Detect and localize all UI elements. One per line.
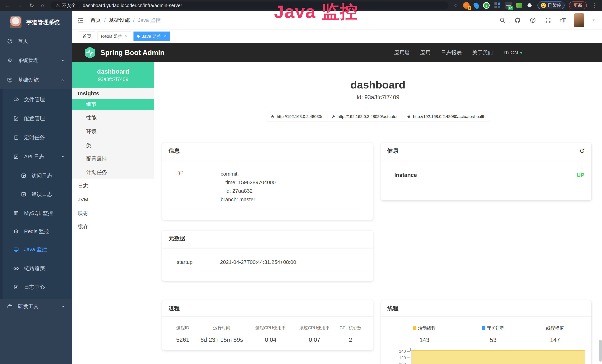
sba-content: dashboard Id: 93a3fc7f7409 http://192.16… xyxy=(154,62,602,364)
breadcrumb-infrastructure[interactable]: 基础设施 xyxy=(109,17,130,24)
app-logo[interactable]: 芋道管理系统 xyxy=(10,16,60,28)
chevron-down-icon xyxy=(60,304,65,309)
chevron-down-icon xyxy=(60,58,65,63)
monitor-icon xyxy=(13,246,19,253)
info-card-title: 信息 xyxy=(162,143,373,159)
health-card: 健康 ↺ Instance UP xyxy=(381,143,591,200)
bookmark-star-icon[interactable]: ☆ xyxy=(453,2,459,9)
sidebar-item-java-monitor[interactable]: Java 监控 xyxy=(0,244,72,255)
sidebar-item-access-logs[interactable]: 访问日志 xyxy=(0,170,72,181)
sba-item-scheduled-tasks[interactable]: 计划任务 xyxy=(72,167,154,178)
browser-home-icon[interactable]: ⌂ xyxy=(41,2,44,9)
sidebar-item-scheduled-jobs[interactable]: 定时任务 xyxy=(0,132,72,143)
sidebar-item-infrastructure[interactable]: 基础设施 xyxy=(0,75,72,86)
font-size-icon[interactable]: TT xyxy=(560,17,566,23)
info-divider xyxy=(169,210,366,210)
health-url-button[interactable]: http://192.168.0.2:48080/actuator/health xyxy=(402,112,490,121)
dashboard-gauge-icon xyxy=(7,38,13,44)
history-icon[interactable]: ↺ xyxy=(580,147,585,155)
tag-tab-java-monitor[interactable]: Java 监控 × xyxy=(133,32,170,41)
update-chrome-button[interactable]: 更新 xyxy=(569,1,587,9)
sidebar-item-config-mgmt[interactable]: 配置管理 xyxy=(0,113,72,124)
sidebar-item-mysql-monitor[interactable]: MySQL 监控 xyxy=(0,208,72,219)
sba-item-classes[interactable]: 类 xyxy=(72,140,154,151)
fullscreen-icon[interactable] xyxy=(545,17,552,24)
user-avatar[interactable] xyxy=(574,13,584,27)
sidebar-item-trace[interactable]: 链路追踪 xyxy=(0,263,72,274)
sba-nav-about[interactable]: 关于我们 xyxy=(472,49,493,56)
sba-locale-select[interactable]: zh-CN ▾ xyxy=(503,50,522,56)
sba-brand[interactable]: Spring Boot Admin xyxy=(84,46,164,59)
page-scrollbar[interactable] xyxy=(599,340,602,362)
sidebar-item-redis-monitor[interactable]: Redis 监控 xyxy=(0,226,72,237)
sba-item-details[interactable]: 细节 xyxy=(72,99,154,110)
sba-instance-header[interactable]: dashboard 93a3fc7f7409 xyxy=(72,62,154,88)
sba-item-environment[interactable]: 环境 xyxy=(72,126,154,137)
extension-icon-orange[interactable]: 1 xyxy=(463,2,470,9)
legend-live-threads: 活动线程 xyxy=(413,325,436,331)
eye-icon xyxy=(13,265,19,272)
sba-nav-applications[interactable]: 应用 xyxy=(420,49,431,56)
sidebar-item-api-logs[interactable]: API 日志 xyxy=(0,151,72,162)
actuator-url-button[interactable]: http://192.168.0.2:48080/actuator xyxy=(327,112,402,121)
log-edit-icon xyxy=(13,284,19,290)
sba-item-mappings[interactable]: 映射 xyxy=(72,208,154,219)
extensions-puzzle-icon[interactable] xyxy=(526,2,533,9)
sidebar-item-dev-tools[interactable]: 研发工具 xyxy=(0,301,72,312)
metadata-card-title: 元数据 xyxy=(162,230,373,247)
health-status-badge: UP xyxy=(577,172,584,178)
browser-forward-icon[interactable]: → xyxy=(17,2,23,9)
sidebar-item-file-mgmt[interactable]: 文件管理 xyxy=(0,94,72,105)
breadcrumb-home[interactable]: 首页 xyxy=(90,17,101,24)
sidebar-submenu-infrastructure: 文件管理 配置管理 定时任务 API 日志 访问日志 xyxy=(0,89,72,299)
paused-label: 已暂停 xyxy=(548,2,561,8)
y-tick-120: 120 xyxy=(387,355,406,360)
process-pid: 5261 xyxy=(168,336,198,343)
log-edit-icon xyxy=(20,172,27,179)
sba-item-jvm[interactable]: JVM xyxy=(72,194,154,205)
profile-paused-chip[interactable]: 已暂停 xyxy=(538,1,565,9)
extension-icon-pin[interactable] xyxy=(473,1,480,9)
github-icon[interactable] xyxy=(514,17,521,24)
address-bar[interactable]: ⚠ 不安全 dashboard.yudao.iocoder.cn/infra/a… xyxy=(51,1,449,9)
not-secure-label: 不安全 xyxy=(62,2,76,9)
extension-icon-y-green[interactable]: y xyxy=(483,2,490,9)
tags-view-bar: 首页 Redis 监控 × Java 监控 × xyxy=(72,30,602,43)
close-icon[interactable]: × xyxy=(163,34,166,39)
avatar-caret-icon[interactable]: ▾ xyxy=(592,18,595,23)
sidebar-collapse-icon[interactable] xyxy=(77,17,84,24)
extension-icon-green[interactable] xyxy=(516,3,522,8)
browser-menu-icon[interactable]: ⋮ xyxy=(592,2,598,9)
edit-square-icon xyxy=(13,115,19,122)
browser-reload-icon[interactable]: ↻ xyxy=(29,2,34,9)
sidebar-item-system-mgmt[interactable]: ⚙ 系统管理 xyxy=(0,55,72,66)
sba-item-config-props[interactable]: 配置属性 xyxy=(72,153,154,164)
service-url-button[interactable]: http://192.168.0.2:48080/ xyxy=(266,112,327,121)
search-icon[interactable] xyxy=(499,17,506,24)
sba-item-metrics[interactable]: 性能 xyxy=(72,112,154,123)
home-icon xyxy=(270,115,275,119)
sba-item-logs[interactable]: 日志 xyxy=(72,181,154,192)
threads-card: 线程 活动线程 143 守护进程 53 xyxy=(381,300,591,364)
tag-tab-home[interactable]: 首页 xyxy=(79,32,95,41)
tag-tab-redis-monitor[interactable]: Redis 监控 × xyxy=(97,32,131,41)
help-icon[interactable] xyxy=(529,17,536,24)
cpu-cores: 2 xyxy=(333,336,367,343)
briefcase-icon xyxy=(7,303,13,310)
daemon-threads-value: 53 xyxy=(490,337,496,343)
extension-icon-list[interactable]: on xyxy=(505,2,512,9)
sidebar-item-error-logs[interactable]: 错误日志 xyxy=(0,189,72,200)
extension-icon-grid[interactable] xyxy=(494,2,501,9)
sba-nav-wallboard[interactable]: 应用墙 xyxy=(394,49,410,56)
y-tick-140: 140 xyxy=(387,349,406,354)
close-icon[interactable]: × xyxy=(125,34,127,39)
legend-daemon-threads: 守护进程 xyxy=(482,325,505,331)
legend-swatch-yellow xyxy=(413,326,416,330)
sidebar-item-home[interactable]: 首页 xyxy=(0,36,72,47)
sba-nav-journal[interactable]: 日志报表 xyxy=(441,49,462,56)
browser-back-icon[interactable]: ← xyxy=(4,2,10,9)
sba-item-caches[interactable]: 缓存 xyxy=(72,221,154,232)
process-card-title: 进程 xyxy=(162,300,373,317)
sidebar-item-log-center[interactable]: 日志中心 xyxy=(0,281,72,293)
info-git-value: commit: time: 1596289704000 id: 27aa832 … xyxy=(221,170,276,204)
